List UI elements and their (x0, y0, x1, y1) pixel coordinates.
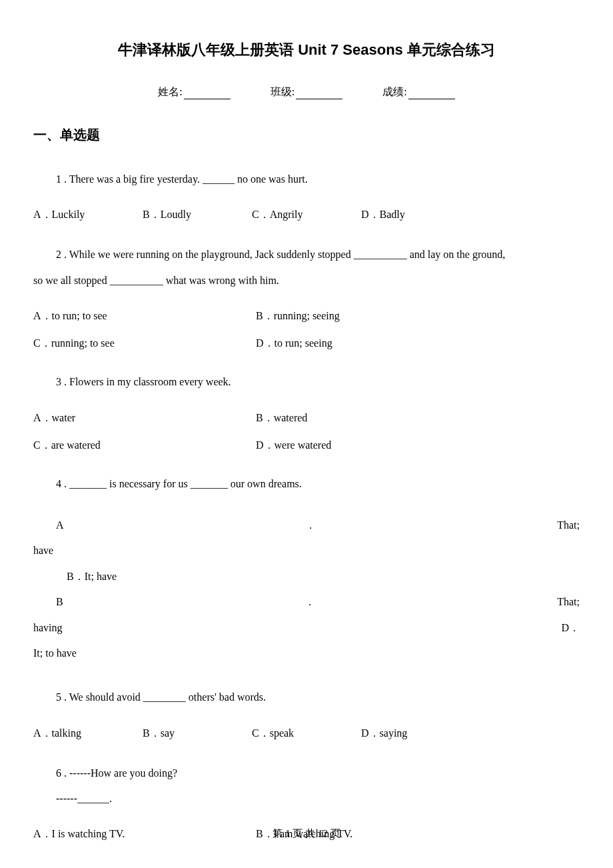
q4-have: have (33, 538, 580, 563)
q2-opt-a: A．to run; to see (33, 309, 253, 323)
q5-opt-a: A．talking (33, 727, 140, 741)
score-field: 成绩: (382, 85, 454, 99)
q4-having-left: having (33, 615, 63, 641)
class-label: 班级: (271, 86, 295, 97)
section-1-header: 一、单选题 (33, 126, 580, 144)
q4-b2-dot: ． (305, 589, 315, 615)
q1-opt-a: A．Luckily (33, 208, 140, 222)
q3-opt-b: B．watered (256, 411, 476, 425)
q1-opt-d: D．Badly (361, 208, 468, 222)
question-2-text: 2 . While we were running on the playgro… (33, 242, 580, 293)
q2-opt-d: D．to run; seeing (256, 337, 476, 351)
question-4-text: 4 . _______ is necessary for us _______ … (33, 471, 580, 497)
q2-line2: so we all stopped __________ what was wr… (33, 268, 580, 293)
question-3-options: A．water B．watered C．are watered D．were w… (33, 411, 580, 453)
q4-a-left: A (33, 513, 64, 538)
page-title: 牛津译林版八年级上册英语 Unit 7 Seasons 单元综合练习 (33, 40, 580, 60)
question-4-options: A ． That; have B．It; have B ． That; havi… (33, 513, 580, 666)
name-underline (184, 99, 231, 99)
q6-line2: ------______. (33, 786, 580, 811)
class-field: 班级: (271, 85, 342, 99)
q4-having-right: D． (561, 615, 580, 641)
name-field: 姓名: (158, 85, 230, 99)
q3-opt-a: A．water (33, 411, 253, 425)
q3-opt-c: C．are watered (33, 439, 253, 453)
q1-opt-b: B．Loudly (143, 208, 249, 222)
q3-opt-d: D．were watered (256, 439, 476, 453)
q1-opt-c: C．Angrily (252, 208, 358, 222)
score-underline (408, 99, 455, 99)
question-1-options: A．Luckily B．Loudly C．Angrily D．Badly (33, 208, 580, 222)
q4-a-right: That; (557, 513, 580, 538)
q4-d-line: It; to have (33, 641, 580, 666)
name-label: 姓名: (158, 86, 182, 97)
question-1-text: 1 . There was a big fire yesterday. ____… (33, 167, 580, 192)
question-5-options: A．talking B．say C．speak D．saying (33, 727, 580, 741)
q2-opt-b: B．running; seeing (256, 309, 476, 323)
q6-line1: 6 . ------How are you doing? (33, 761, 580, 786)
question-5-text: 5 . We should avoid ________ others' bad… (33, 685, 580, 710)
page: 牛津译林版八年级上册英语 Unit 7 Seasons 单元综合练习 姓名: 班… (0, 0, 613, 868)
page-footer: 第 1 页 共 12 页 (0, 827, 613, 840)
q4-b-line: B．It; have (33, 564, 580, 589)
question-6-text: 6 . ------How are you doing? ------_____… (33, 761, 580, 812)
q4-b2-right: That; (557, 589, 580, 615)
score-label: 成绩: (382, 86, 406, 97)
question-3-text: 3 . Flowers in my classroom every week. (33, 369, 580, 395)
q5-opt-b: B．say (143, 727, 249, 741)
question-2-options: A．to run; to see B．running; seeing C．run… (33, 309, 580, 351)
info-row: 姓名: 班级: 成绩: (33, 85, 580, 99)
q4-b2-left: B (33, 589, 63, 615)
q4-a-dot: ． (305, 513, 316, 538)
q2-line1: 2 . While we were running on the playgro… (33, 242, 580, 267)
q5-opt-c: C．speak (252, 727, 358, 741)
q5-opt-d: D．saying (361, 727, 468, 741)
class-underline (296, 99, 342, 99)
q2-opt-c: C．running; to see (33, 337, 253, 351)
